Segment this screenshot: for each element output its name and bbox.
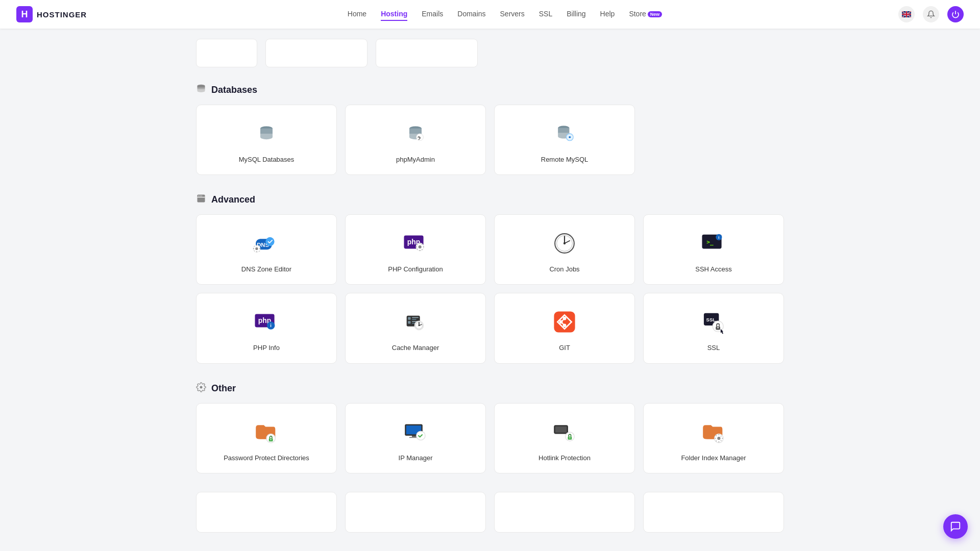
advanced-section: Advanced DNS xyxy=(196,193,784,363)
hotlink-protection-icon xyxy=(550,418,579,446)
main-content: Databases MySQL Databases xyxy=(184,29,796,551)
svg-rect-39 xyxy=(408,317,410,320)
nav-store[interactable]: StoreNew xyxy=(629,8,662,21)
svg-point-72 xyxy=(566,432,574,441)
svg-rect-71 xyxy=(555,426,567,432)
phpmyadmin-label: phpMyAdmin xyxy=(396,155,435,164)
databases-empty-cell xyxy=(643,105,784,175)
svg-point-61 xyxy=(200,386,203,388)
bottom-card-3 xyxy=(494,492,635,533)
databases-grid: MySQL Databases phpMyAdmin xyxy=(196,105,784,175)
ip-manager-card[interactable]: IP Manager xyxy=(345,403,486,473)
cron-icon xyxy=(550,229,579,258)
remote-mysql-card[interactable]: Remote MySQL xyxy=(494,105,635,175)
svg-point-13 xyxy=(199,195,200,196)
hotlink-label: Hotlink Protection xyxy=(538,454,591,463)
other-section: Other Password Protect Directories xyxy=(196,382,784,473)
databases-title: Databases xyxy=(211,85,257,95)
password-protect-icon xyxy=(252,418,281,446)
svg-text:i: i xyxy=(718,236,719,240)
ssh-icon: >_ i xyxy=(699,229,728,258)
svg-point-76 xyxy=(717,437,720,440)
ssl-card[interactable]: SSL SSL xyxy=(643,293,784,363)
php-config-label: PHP Configuration xyxy=(388,265,443,274)
partial-card-1 xyxy=(196,39,257,67)
svg-point-10 xyxy=(569,136,571,138)
bottom-partial-row xyxy=(196,492,784,533)
nav-servers[interactable]: Servers xyxy=(500,8,525,21)
svg-rect-41 xyxy=(412,319,416,320)
svg-point-74 xyxy=(569,437,570,438)
mysql-label: MySQL Databases xyxy=(239,155,295,164)
advanced-section-icon xyxy=(196,193,206,206)
bell-icon xyxy=(927,10,935,18)
password-protect-card[interactable]: Password Protect Directories xyxy=(196,403,337,473)
main-nav: H HOSTINGER Home Hosting Emails Domains … xyxy=(0,0,980,29)
phpmyadmin-icon xyxy=(401,119,430,148)
svg-point-62 xyxy=(266,434,275,442)
phpmyadmin-card[interactable]: phpMyAdmin xyxy=(345,105,486,175)
databases-section: Databases MySQL Databases xyxy=(196,84,784,175)
ssh-label: SSH Access xyxy=(695,265,732,274)
nav-emails[interactable]: Emails xyxy=(422,8,443,21)
nav-ssl[interactable]: SSL xyxy=(539,8,552,21)
folder-index-label: Folder Index Manager xyxy=(681,454,746,463)
svg-point-14 xyxy=(200,195,201,196)
mysql-databases-card[interactable]: MySQL Databases xyxy=(196,105,337,175)
svg-rect-40 xyxy=(412,317,419,318)
partial-card-2 xyxy=(265,39,368,67)
cron-jobs-card[interactable]: Cron Jobs xyxy=(494,214,635,285)
ssl-label: SSL xyxy=(707,343,720,353)
logo[interactable]: H HOSTINGER xyxy=(16,6,87,22)
notifications-button[interactable] xyxy=(923,6,939,22)
bottom-card-4 xyxy=(643,492,784,533)
remote-mysql-label: Remote MySQL xyxy=(541,155,588,164)
remote-mysql-icon xyxy=(550,119,579,148)
nav-help[interactable]: Help xyxy=(600,8,615,21)
svg-text:i: i xyxy=(270,323,272,329)
nav-right xyxy=(898,6,964,22)
advanced-title: Advanced xyxy=(211,194,255,205)
svg-text:H: H xyxy=(21,9,28,19)
svg-text:>_: >_ xyxy=(706,239,714,245)
hotlink-protection-card[interactable]: Hotlink Protection xyxy=(494,403,635,473)
svg-point-60 xyxy=(717,327,719,329)
nav-domains[interactable]: Domains xyxy=(457,8,485,21)
dns-icon: DNS xyxy=(252,229,281,258)
top-partial-row xyxy=(196,39,784,67)
nav-home[interactable]: Home xyxy=(348,8,366,21)
php-config-icon: php xyxy=(401,229,430,258)
git-icon xyxy=(550,308,579,336)
svg-point-64 xyxy=(271,439,272,440)
php-info-label: PHP Info xyxy=(253,343,280,353)
svg-point-20 xyxy=(255,247,258,250)
other-section-header: Other xyxy=(196,382,784,395)
svg-text:SSL: SSL xyxy=(706,317,716,323)
php-info-card[interactable]: php i PHP Info xyxy=(196,293,337,363)
advanced-section-header: Advanced xyxy=(196,193,784,206)
ssh-access-card[interactable]: >_ i SSH Access xyxy=(643,214,784,285)
bottom-card-1 xyxy=(196,492,337,533)
ip-manager-label: IP Manager xyxy=(399,454,433,463)
nav-hosting[interactable]: Hosting xyxy=(381,8,407,21)
dns-label: DNS Zone Editor xyxy=(241,265,291,274)
svg-point-18 xyxy=(265,237,274,246)
power-button[interactable] xyxy=(947,6,964,22)
svg-point-49 xyxy=(419,325,420,327)
other-title: Other xyxy=(211,383,236,394)
php-info-icon: php i xyxy=(252,308,281,336)
dns-zone-card[interactable]: DNS DNS Zone Editor xyxy=(196,214,337,285)
power-icon xyxy=(951,10,960,18)
git-card[interactable]: GIT xyxy=(494,293,635,363)
ssl-icon: SSL xyxy=(699,308,728,336)
partial-card-3 xyxy=(376,39,478,67)
cache-manager-card[interactable]: Cache Manager xyxy=(345,293,486,363)
php-config-card[interactable]: php PHP Configuration xyxy=(345,214,486,285)
chat-button[interactable] xyxy=(943,514,968,539)
chat-icon xyxy=(950,521,961,532)
folder-index-card[interactable]: Folder Index Manager xyxy=(643,403,784,473)
nav-links: Home Hosting Emails Domains Servers SSL … xyxy=(111,8,898,21)
nav-billing[interactable]: Billing xyxy=(567,8,585,21)
folder-index-icon xyxy=(699,418,728,446)
language-selector[interactable] xyxy=(898,6,915,22)
